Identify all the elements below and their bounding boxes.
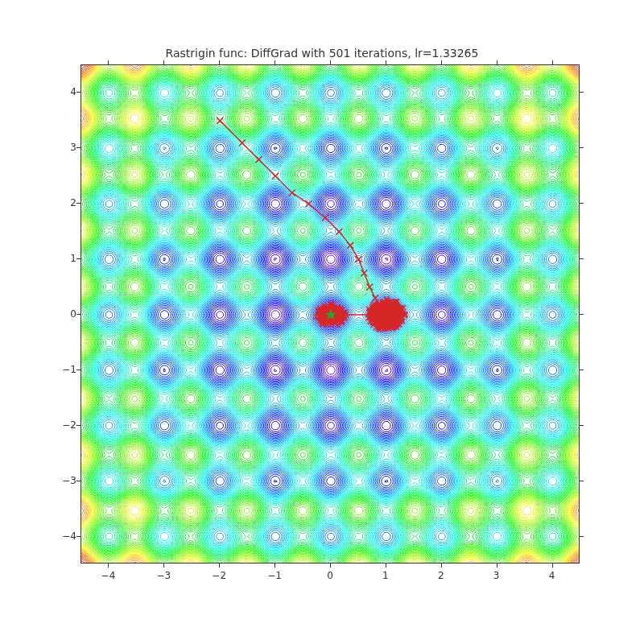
x-tick-mark: [330, 60, 331, 64]
x-tick-mark: [163, 60, 164, 64]
x-tick-mark: [219, 564, 220, 568]
x-tick-mark: [275, 564, 275, 568]
x-tick-label: −1: [267, 570, 282, 581]
y-tick-mark: [76, 481, 80, 481]
x-tick-label: −2: [212, 570, 226, 581]
y-tick-label: −1: [62, 364, 76, 375]
x-tick-mark: [552, 564, 553, 568]
y-tick-mark: [76, 203, 80, 204]
y-tick-mark: [76, 425, 80, 426]
x-tick-label: −3: [156, 570, 171, 581]
x-tick-mark: [108, 564, 109, 568]
x-tick-mark: [441, 60, 442, 64]
y-tick-label: 1: [70, 253, 76, 264]
y-tick-mark: [580, 147, 584, 148]
x-tick-label: 3: [493, 570, 500, 581]
x-tick-mark: [163, 564, 164, 568]
x-tick-label: 4: [549, 570, 555, 581]
x-tick-mark: [386, 60, 386, 64]
x-tick-label: 1: [382, 570, 389, 581]
y-tick-mark: [76, 536, 80, 537]
y-tick-mark: [76, 92, 80, 93]
x-tick-mark: [219, 60, 220, 64]
x-tick-mark: [108, 60, 109, 64]
y-tick-mark: [580, 481, 584, 481]
y-tick-label: −3: [62, 475, 76, 486]
x-tick-label: 0: [327, 570, 333, 581]
figure: Rastrigin func: DiffGrad with 501 iterat…: [0, 0, 644, 644]
x-tick-label: 2: [438, 570, 444, 581]
chart-title: Rastrigin func: DiffGrad with 501 iterat…: [0, 47, 644, 60]
contour-canvas: [81, 65, 580, 564]
y-tick-mark: [580, 258, 584, 259]
x-tick-mark: [275, 60, 275, 64]
x-tick-mark: [441, 564, 442, 568]
y-tick-mark: [580, 536, 584, 537]
y-tick-label: 3: [70, 142, 76, 153]
x-tick-mark: [497, 60, 497, 64]
x-axis-ticks: −4−3−2−101234: [80, 565, 580, 581]
x-tick-mark: [552, 60, 553, 64]
y-tick-label: 0: [70, 308, 76, 320]
y-tick-mark: [76, 369, 80, 370]
plot-axes: [80, 64, 580, 564]
x-tick-mark: [497, 564, 497, 568]
x-tick-label: −4: [101, 570, 116, 581]
y-tick-label: 4: [70, 86, 76, 97]
y-tick-mark: [580, 92, 584, 93]
y-tick-mark: [76, 258, 80, 259]
y-tick-mark: [76, 147, 80, 148]
x-tick-mark: [386, 564, 386, 568]
y-tick-label: 2: [70, 197, 76, 208]
y-tick-label: −2: [62, 419, 76, 431]
y-tick-mark: [580, 203, 584, 204]
x-tick-mark: [330, 564, 331, 568]
y-tick-mark: [580, 314, 584, 315]
y-tick-mark: [580, 369, 584, 370]
y-axis-ticks: −4−3−2−101234: [44, 64, 76, 564]
y-tick-mark: [76, 314, 80, 315]
y-tick-mark: [580, 425, 584, 426]
y-tick-label: −4: [62, 530, 76, 542]
